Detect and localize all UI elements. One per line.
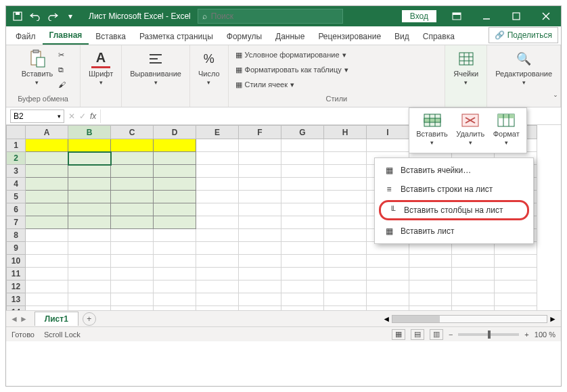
sheet-tab[interactable]: Лист1 <box>35 312 78 326</box>
cell[interactable] <box>324 280 367 293</box>
row-header[interactable]: 10 <box>7 255 26 268</box>
cell[interactable] <box>452 280 495 293</box>
close-icon[interactable] <box>531 6 561 26</box>
cell[interactable] <box>495 293 537 306</box>
row-header[interactable]: 9 <box>7 242 26 255</box>
copy-icon[interactable]: ⧉ <box>58 63 66 76</box>
zoom-in-icon[interactable]: + <box>524 330 528 339</box>
cell[interactable] <box>324 152 367 165</box>
save-icon[interactable] <box>10 9 25 24</box>
cell[interactable] <box>68 268 111 280</box>
cell[interactable] <box>68 139 111 152</box>
format-as-table-button[interactable]: ▦Форматировать как таблицу ▾ <box>235 63 438 76</box>
cell[interactable] <box>111 242 154 255</box>
cell[interactable] <box>154 255 196 268</box>
menu-insert-rows[interactable]: ≡Вставить строки на лист <box>375 180 533 199</box>
cell[interactable] <box>68 152 111 165</box>
cell[interactable] <box>239 191 281 203</box>
column-header[interactable]: B <box>68 126 111 139</box>
cell[interactable] <box>409 306 452 311</box>
cell[interactable] <box>239 255 281 268</box>
format-painter-icon[interactable]: 🖌 <box>58 78 66 91</box>
cell[interactable] <box>281 191 324 203</box>
row-header[interactable]: 13 <box>7 293 26 306</box>
cell[interactable] <box>281 293 324 306</box>
cell[interactable] <box>239 203 281 216</box>
cell[interactable] <box>26 229 68 242</box>
column-header[interactable]: A <box>26 126 68 139</box>
cell[interactable] <box>196 242 239 255</box>
cell[interactable] <box>68 229 111 242</box>
cell[interactable] <box>239 139 281 152</box>
cell[interactable] <box>111 229 154 242</box>
row-header[interactable]: 14 <box>7 306 26 311</box>
cell[interactable] <box>281 203 324 216</box>
ribbon-display-icon[interactable] <box>442 6 472 26</box>
conditional-formatting-button[interactable]: ▦Условное форматирование ▾ <box>235 48 438 62</box>
cell[interactable] <box>26 255 68 268</box>
cell[interactable] <box>324 229 367 242</box>
cell[interactable] <box>281 242 324 255</box>
cell[interactable] <box>196 152 239 165</box>
cell[interactable] <box>281 280 324 293</box>
cell[interactable] <box>111 152 154 165</box>
cell[interactable] <box>196 191 239 203</box>
cell[interactable] <box>111 255 154 268</box>
paste-button[interactable]: Вставить▾ <box>20 48 55 87</box>
cell[interactable] <box>409 293 452 306</box>
cell[interactable] <box>239 242 281 255</box>
format-split-button[interactable]: Формат▾ <box>493 112 520 146</box>
horizontal-scrollbar[interactable]: ◄ ► <box>382 314 561 324</box>
zoom-level[interactable]: 100 % <box>535 330 555 339</box>
cell[interactable] <box>324 203 367 216</box>
tab-home[interactable]: Главная <box>43 26 89 45</box>
cell[interactable] <box>324 139 367 152</box>
cell[interactable] <box>26 203 68 216</box>
cell[interactable] <box>26 306 68 311</box>
number-button[interactable]: %Число▾ <box>197 48 221 87</box>
cell[interactable] <box>26 268 68 280</box>
cell[interactable] <box>196 216 239 229</box>
cell[interactable] <box>26 178 68 191</box>
column-header[interactable]: D <box>154 126 196 139</box>
cell[interactable] <box>68 242 111 255</box>
cell[interactable] <box>111 203 154 216</box>
cell[interactable] <box>452 293 495 306</box>
cell[interactable] <box>196 306 239 311</box>
zoom-slider[interactable] <box>458 333 519 336</box>
cell[interactable] <box>281 268 324 280</box>
cell[interactable] <box>26 139 68 152</box>
cell[interactable] <box>239 293 281 306</box>
row-header[interactable]: 7 <box>7 216 26 229</box>
cell[interactable] <box>154 229 196 242</box>
cell[interactable] <box>281 165 324 178</box>
tab-insert[interactable]: Вставка <box>89 28 133 45</box>
cell[interactable] <box>68 178 111 191</box>
row-header[interactable]: 12 <box>7 280 26 293</box>
cell[interactable] <box>239 178 281 191</box>
cell[interactable] <box>495 280 537 293</box>
signin-button[interactable]: Вход <box>402 10 436 22</box>
font-button[interactable]: AШрифт▾ <box>87 48 114 87</box>
cell[interactable] <box>68 280 111 293</box>
select-all-corner[interactable] <box>7 126 26 139</box>
cell[interactable] <box>26 165 68 178</box>
cell[interactable] <box>68 165 111 178</box>
menu-insert-cells[interactable]: ▦Вставить ячейки… <box>375 161 533 180</box>
cell[interactable] <box>154 139 196 152</box>
fx-icon[interactable]: fx <box>90 112 96 121</box>
cancel-icon[interactable]: ✕ <box>68 112 75 121</box>
cell[interactable] <box>68 255 111 268</box>
collapse-ribbon-icon[interactable]: ˇ <box>554 95 557 104</box>
cell[interactable] <box>154 268 196 280</box>
row-header[interactable]: 11 <box>7 268 26 280</box>
cell[interactable] <box>68 293 111 306</box>
editing-button[interactable]: 🔍Редактирование▾ <box>494 48 553 87</box>
search-input[interactable] <box>211 11 338 21</box>
cell[interactable] <box>281 306 324 311</box>
tab-file[interactable]: Файл <box>9 28 43 45</box>
cell[interactable] <box>324 306 367 311</box>
cell[interactable] <box>196 203 239 216</box>
cell[interactable] <box>154 242 196 255</box>
menu-insert-sheet[interactable]: ▦Вставить лист <box>375 222 533 241</box>
